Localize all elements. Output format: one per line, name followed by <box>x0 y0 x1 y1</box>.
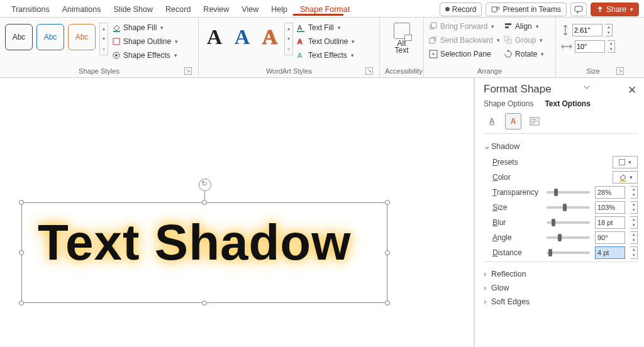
pane-options-button[interactable] <box>583 84 594 95</box>
pane-close-button[interactable]: ✕ <box>626 84 638 95</box>
selection-box[interactable] <box>21 202 387 303</box>
tab-text-options[interactable]: Text Options <box>545 99 590 108</box>
blur-slider[interactable] <box>547 221 590 224</box>
style-preset-3[interactable]: Abc <box>68 24 96 50</box>
width-icon <box>561 42 572 51</box>
text-fill-button[interactable]: A Text Fill▾ <box>297 21 355 34</box>
height-icon <box>561 25 570 36</box>
align-button[interactable]: Align▾ <box>504 20 544 33</box>
resize-handle-tm[interactable] <box>202 200 207 205</box>
shape-styles-dialog-launcher[interactable]: ↘ <box>184 67 192 75</box>
record-button[interactable]: Record <box>440 3 482 16</box>
size-dialog-launcher[interactable]: ↘ <box>616 67 624 75</box>
distance-value[interactable]: 4 pt <box>595 246 625 259</box>
text-outline-label: Text Outline <box>308 37 348 46</box>
angle-value[interactable]: 90° <box>595 231 625 244</box>
resize-handle-br[interactable] <box>385 300 390 306</box>
tab-slide-show[interactable]: Slide Show <box>108 3 160 16</box>
transparency-slider[interactable] <box>547 191 590 194</box>
resize-handle-mr[interactable] <box>385 250 390 255</box>
group-button[interactable]: Group▾ <box>504 34 544 47</box>
wordart-preset-2[interactable]: A <box>231 25 253 49</box>
icon-tab-text-fill[interactable]: A <box>484 113 500 129</box>
resize-handle-tr[interactable] <box>385 200 390 205</box>
resize-handle-bl[interactable] <box>19 300 24 306</box>
alt-text-label-2: Text <box>394 46 408 55</box>
prop-presets: Presets ▾ <box>492 156 638 168</box>
align-icon <box>504 22 513 31</box>
wordart-preset-1[interactable]: A <box>204 25 225 49</box>
slide-canvas[interactable]: Text Shadow <box>0 78 474 347</box>
wordart-preset-3[interactable]: A <box>259 25 280 49</box>
width-spinner[interactable]: ▴▾ <box>608 40 615 53</box>
shape-fill-button[interactable]: Shape Fill▾ <box>112 21 178 34</box>
workspace: Text Shadow Format Shape ✕ Shape Options… <box>0 78 644 347</box>
section-shadow[interactable]: Shadow <box>484 139 638 153</box>
style-preset-1[interactable]: Abc <box>5 24 33 50</box>
style-preset-2[interactable]: Abc <box>36 24 64 50</box>
group-shape-styles-label: Shape Styles ↘ <box>5 67 193 76</box>
size-slider[interactable] <box>547 206 590 209</box>
angle-slider[interactable] <box>547 236 590 239</box>
text-outline-button[interactable]: A Text Outline▾ <box>297 35 355 48</box>
icon-tab-text-effects[interactable]: A <box>505 113 521 129</box>
size-value[interactable]: 103% <box>595 201 625 214</box>
wordart-gallery-more[interactable]: ▴▾▿ <box>284 23 293 55</box>
text-effects-button[interactable]: A Text Effects▾ <box>297 49 355 62</box>
svg-rect-24 <box>619 180 626 182</box>
pane-title-row: Format Shape ✕ <box>484 83 638 96</box>
shape-effects-label: Shape Effects <box>123 51 170 60</box>
blur-spinner[interactable]: ▴▾ <box>630 216 638 229</box>
group-label-text: Group <box>515 36 536 45</box>
presets-button[interactable]: ▾ <box>613 156 638 168</box>
distance-spinner[interactable]: ▴▾ <box>630 246 638 259</box>
shape-outline-button[interactable]: Shape Outline▾ <box>112 35 178 48</box>
tab-help[interactable]: Help <box>265 3 294 16</box>
tab-review[interactable]: Review <box>197 3 235 16</box>
section-reflection[interactable]: Reflection <box>484 267 638 281</box>
tab-shape-options[interactable]: Shape Options <box>484 99 533 108</box>
svg-rect-4 <box>113 38 119 45</box>
section-soft-edges[interactable]: Soft Edges <box>484 295 638 309</box>
send-backward-button[interactable]: Send Backward▾ <box>429 34 500 47</box>
pane-icon-tabs: A A <box>484 113 638 129</box>
teams-icon <box>491 5 500 14</box>
style-gallery-more[interactable]: ▴▾▿ <box>99 23 108 55</box>
resize-handle-ml[interactable] <box>19 250 24 255</box>
chevron-down-icon: ▾ <box>160 25 164 31</box>
shape-effects-button[interactable]: Shape Effects▾ <box>112 49 178 62</box>
bring-forward-button[interactable]: Bring Forward▾ <box>429 20 500 33</box>
group-arrange-label: Arrange <box>429 67 550 76</box>
rotate-handle[interactable] <box>199 179 211 191</box>
height-input[interactable] <box>572 24 602 36</box>
tab-view[interactable]: View <box>235 3 265 16</box>
present-in-teams-button[interactable]: Present in Teams <box>486 3 567 16</box>
chevron-down-icon: ▾ <box>175 38 178 45</box>
distance-slider[interactable] <box>547 251 590 254</box>
rotate-button[interactable]: Rotate▾ <box>504 48 544 60</box>
resize-handle-bm[interactable] <box>202 300 207 306</box>
width-input[interactable] <box>575 40 605 53</box>
selection-pane-button[interactable]: Selection Pane <box>429 48 500 60</box>
section-glow[interactable]: Glow <box>484 281 638 295</box>
tab-animations[interactable]: Animations <box>56 3 108 16</box>
blur-value[interactable]: 18 pt <box>595 216 625 229</box>
tab-record[interactable]: Record <box>159 3 197 16</box>
svg-rect-12 <box>431 23 436 28</box>
comments-button[interactable] <box>570 3 587 16</box>
transparency-spinner[interactable]: ▴▾ <box>630 186 638 199</box>
alt-text-button[interactable]: Alt Text <box>389 23 414 54</box>
transparency-value[interactable]: 28% <box>595 186 625 199</box>
shape-fill-label: Shape Fill <box>123 23 157 32</box>
resize-handle-tl[interactable] <box>19 200 24 205</box>
tab-transitions[interactable]: Transitions <box>5 3 56 16</box>
angle-spinner[interactable]: ▴▾ <box>630 231 638 244</box>
size-spinner[interactable]: ▴▾ <box>630 201 638 214</box>
svg-rect-14 <box>430 38 435 43</box>
color-button[interactable]: ▾ <box>613 171 638 184</box>
wordart-dialog-launcher[interactable]: ↘ <box>365 67 373 75</box>
height-spinner[interactable]: ▴▾ <box>605 24 613 36</box>
group-arrange: Bring Forward▾ Send Backward▾ Selection … <box>424 18 556 77</box>
icon-tab-textbox[interactable] <box>526 113 543 129</box>
share-button[interactable]: Share ▾ <box>591 3 639 16</box>
